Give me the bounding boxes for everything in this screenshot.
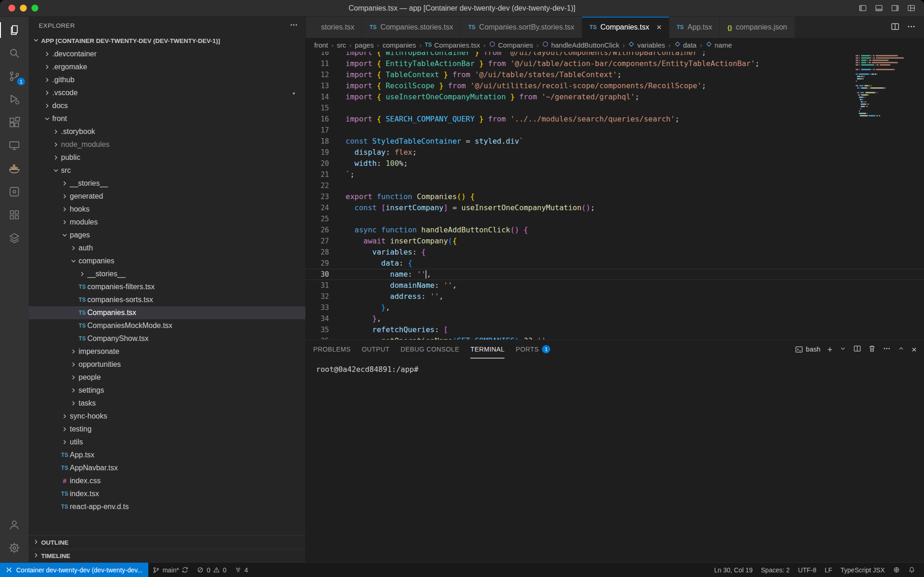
language-mode-indicator[interactable]: TypeScript JSX: [836, 563, 889, 577]
run-debug-icon[interactable]: [0, 88, 29, 111]
tree-item-opportunities[interactable]: opportunities: [29, 358, 305, 371]
layers-view-icon[interactable]: [0, 226, 29, 249]
settings-gear-icon[interactable]: [0, 536, 29, 559]
breadcrumb-item-src[interactable]: src: [337, 41, 346, 49]
panel-tab-problems[interactable]: PROBLEMS: [313, 340, 351, 358]
tree-item-appnavbar-tsx[interactable]: TSAppNavbar.tsx: [29, 462, 305, 474]
code-line-14[interactable]: 14import { useInsertOneCompanyMutation }…: [306, 91, 924, 103]
code-line-10[interactable]: 10import { WithTopBarContainer } from '@…: [306, 52, 924, 58]
tree-item-auth[interactable]: auth: [29, 242, 305, 255]
tree-item-app-tsx[interactable]: TSApp.tsx: [29, 449, 305, 462]
ports-indicator[interactable]: 4: [231, 563, 252, 577]
close-panel-icon[interactable]: ×: [912, 345, 917, 354]
code-line-33[interactable]: 33 },: [306, 302, 924, 313]
outline-section-header[interactable]: OUTLINE: [29, 535, 305, 549]
tree-item-stories[interactable]: __stories__: [29, 177, 305, 190]
toggle-secondary-sidebar-icon[interactable]: [891, 4, 900, 12]
tree-item-companies-filters-tsx[interactable]: TScompanies-filters.tsx: [29, 280, 305, 293]
globe-icon[interactable]: [889, 563, 904, 577]
code-line-15[interactable]: 15: [306, 103, 924, 114]
source-control-icon[interactable]: 1: [0, 65, 29, 88]
breadcrumb-item-variables[interactable]: variables: [628, 41, 665, 49]
minimize-window-button[interactable]: [20, 5, 27, 12]
tree-item-sync-hooks[interactable]: sync-hooks: [29, 410, 305, 423]
code-line-13[interactable]: 13import { RecoilScope } from '@/ui/util…: [306, 80, 924, 91]
cursor-position-indicator[interactable]: Ln 30, Col 19: [710, 563, 757, 577]
tree-item-node-modules[interactable]: node_modules: [29, 138, 305, 151]
terminal-dropdown-icon[interactable]: [839, 345, 846, 354]
code-line-18[interactable]: 18const StyledTableContainer = styled.di…: [306, 136, 924, 147]
docker-icon[interactable]: [0, 157, 29, 180]
tree-item-tasks[interactable]: tasks: [29, 397, 305, 410]
code-line-29[interactable]: 29 data: {: [306, 258, 924, 269]
tab-stories-tsx[interactable]: stories.tsx: [306, 17, 362, 38]
code-line-25[interactable]: 25: [306, 213, 924, 225]
breadcrumb-item-handleaddbuttonclick[interactable]: handleAddButtonClick: [542, 41, 620, 49]
tree-item-front[interactable]: front: [29, 112, 305, 125]
code-line-34[interactable]: 34 },: [306, 313, 924, 324]
new-terminal-icon[interactable]: +: [827, 345, 833, 354]
tab-app-tsx[interactable]: TSApp.tsx: [669, 17, 720, 38]
tree-item-index-tsx[interactable]: TSindex.tsx: [29, 487, 305, 500]
customize-layout-icon[interactable]: [907, 4, 916, 12]
tree-item-companyshow-tsx[interactable]: TSCompanyShow.tsx: [29, 332, 305, 345]
code-line-26[interactable]: 26 async function handleAddButtonClick()…: [306, 225, 924, 236]
panel-more-actions-icon[interactable]: [883, 345, 891, 354]
code-line-20[interactable]: 20 width: 100%;: [306, 158, 924, 169]
editor-more-actions-icon[interactable]: [907, 22, 916, 33]
tree-item-modules[interactable]: modules: [29, 216, 305, 229]
tree-item-vscode[interactable]: .vscode●: [29, 86, 305, 99]
tree-item-settings[interactable]: settings: [29, 384, 305, 397]
tree-item-companiesmockmode-tsx[interactable]: TSCompaniesMockMode.tsx: [29, 319, 305, 332]
tree-item-public[interactable]: public: [29, 151, 305, 164]
remote-indicator[interactable]: Container dev-twenty-dev (dev-twenty-dev…: [0, 563, 148, 577]
minimap[interactable]: [856, 55, 917, 117]
code-line-23[interactable]: 23export function Companies() {: [306, 191, 924, 202]
terminal-shell-selector[interactable]: bash: [795, 346, 820, 353]
tree-item-testing[interactable]: testing: [29, 423, 305, 436]
zoom-window-button[interactable]: [31, 5, 38, 12]
code-line-12[interactable]: 12import { TableContext } from '@/ui/tab…: [306, 69, 924, 80]
code-line-17[interactable]: 17: [306, 125, 924, 136]
tree-item-companies[interactable]: companies: [29, 255, 305, 267]
remote-explorer-icon[interactable]: [0, 134, 29, 157]
code-editor[interactable]: 10import { WithTopBarContainer } from '@…: [306, 52, 924, 340]
grid-view-icon[interactable]: [0, 203, 29, 226]
extensions-icon[interactable]: [0, 111, 29, 134]
tab-companies-stories-tsx[interactable]: TSCompanies.stories.tsx: [362, 17, 461, 38]
panel-tab-terminal[interactable]: TERMINAL: [470, 340, 505, 358]
problems-indicator[interactable]: 0 0: [193, 563, 231, 577]
terminal-output[interactable]: root@0a42ecd84891:/app#: [306, 358, 924, 562]
indentation-indicator[interactable]: Spaces: 2: [757, 563, 794, 577]
tree-item-people[interactable]: people: [29, 371, 305, 384]
explorer-more-actions-icon[interactable]: [290, 21, 298, 30]
breadcrumb-item-name[interactable]: name: [705, 41, 732, 49]
code-line-36[interactable]: 36 getOperationName(GET_COMPANIES) ?? ''…: [306, 335, 924, 340]
code-line-27[interactable]: 27 await insertCompany({: [306, 236, 924, 247]
tree-item-ergomake[interactable]: .ergomake: [29, 61, 305, 73]
extension-view-icon-1[interactable]: [0, 180, 29, 203]
eol-indicator[interactable]: LF: [821, 563, 836, 577]
tree-item-docs[interactable]: docs: [29, 99, 305, 112]
code-line-32[interactable]: 32 address: '',: [306, 291, 924, 302]
breadcrumb-item-companies-tsx[interactable]: TSCompanies.tsx: [425, 41, 480, 49]
breadcrumb-item-front[interactable]: front: [314, 41, 328, 49]
tree-item-devcontainer[interactable]: .devcontainer: [29, 48, 305, 61]
workspace-section-header[interactable]: APP [CONTAINER DEV-TWENTY-DEV (DEV-TWENT…: [29, 34, 305, 48]
tree-item-hooks[interactable]: hooks: [29, 203, 305, 216]
toggle-panel-icon[interactable]: [875, 4, 883, 12]
tab-companies-json[interactable]: {}companies.json: [720, 17, 795, 38]
breadcrumb-item-pages[interactable]: pages: [355, 41, 374, 49]
code-line-30[interactable]: 30 name: '',: [306, 269, 924, 280]
panel-tab-ports[interactable]: PORTS1: [516, 340, 550, 358]
code-line-11[interactable]: 11import { EntityTableActionBar } from '…: [306, 58, 924, 69]
tree-item-github[interactable]: .github: [29, 73, 305, 86]
code-line-22[interactable]: 22: [306, 180, 924, 191]
tree-item-stories[interactable]: __stories__: [29, 267, 305, 280]
timeline-section-header[interactable]: TIMELINE: [29, 549, 305, 562]
split-editor-icon[interactable]: [891, 22, 900, 33]
code-line-19[interactable]: 19 display: flex;: [306, 147, 924, 158]
git-branch-indicator[interactable]: main*: [148, 563, 193, 577]
tree-item-impersonate[interactable]: impersonate: [29, 345, 305, 358]
tree-item-utils[interactable]: utils: [29, 436, 305, 449]
